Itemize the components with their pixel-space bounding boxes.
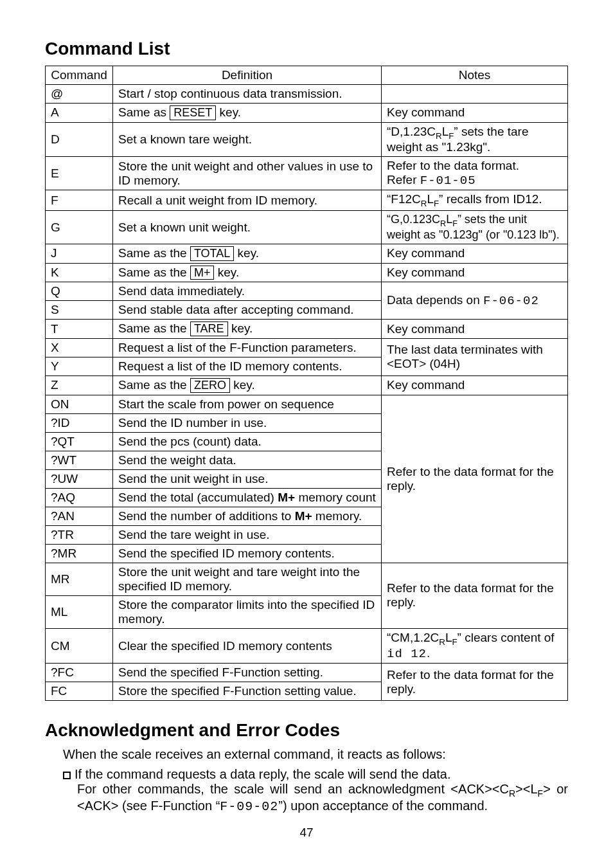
- table-row: @ Start / stop continuous data transmiss…: [46, 85, 568, 104]
- text: Same as the: [118, 246, 190, 260]
- cmd-cell: ML: [46, 595, 113, 628]
- col-command: Command: [46, 66, 113, 85]
- key-mplus: M+: [190, 266, 215, 280]
- cmd-cell: E: [46, 157, 113, 190]
- seg-text: id 12: [387, 647, 427, 661]
- table-row: E Store the unit weight and other values…: [46, 157, 568, 190]
- notes-cell: “D,1.23CRLF” sets the tare weight as "1.…: [382, 122, 568, 157]
- cmd-cell: K: [46, 263, 113, 282]
- table-row: Q Send data immediately. Data depends on…: [46, 282, 568, 301]
- def-cell: Start the scale from power on sequence: [113, 395, 382, 413]
- def-cell: Clear the specified ID memory contents: [113, 628, 382, 664]
- cmd-cell: ?WT: [46, 451, 113, 469]
- col-notes: Notes: [382, 66, 568, 85]
- notes-cell: [382, 85, 568, 104]
- cmd-cell: ?ID: [46, 413, 113, 432]
- key-reset: RESET: [170, 105, 216, 120]
- key-zero: ZERO: [190, 378, 230, 393]
- notes-cell: “F12CRLF” recalls from ID12.: [382, 190, 568, 211]
- def-cell: Store the comparator limits into the spe…: [113, 595, 382, 628]
- text: Refer to the data format.: [387, 159, 519, 172]
- text: memory.: [312, 509, 362, 523]
- text: key.: [230, 378, 255, 392]
- text: Same as the: [118, 321, 190, 335]
- notes-cell: Key command: [382, 104, 568, 123]
- def-cell: Send the pcs (count) data.: [113, 432, 382, 451]
- cmd-cell: F: [46, 190, 113, 211]
- ack-intro: When the scale receives an external comm…: [63, 747, 568, 762]
- def-cell: Send the weight data.: [113, 451, 382, 469]
- seg-text: F-06-02: [483, 294, 539, 308]
- cmd-cell: D: [46, 122, 113, 157]
- notes-cell: “CM,1.2CRLF” clears content of id 12.: [382, 628, 568, 664]
- def-cell: Same as the ZERO key.: [113, 375, 382, 395]
- cmd-cell: ?TR: [46, 525, 113, 544]
- cmd-cell: T: [46, 320, 113, 339]
- cmd-cell: Q: [46, 282, 113, 301]
- page-number: 47: [45, 826, 568, 840]
- command-list-table: Command Definition Notes @ Start / stop …: [45, 66, 568, 701]
- cmd-cell: ?UW: [46, 469, 113, 488]
- cmd-cell: ?QT: [46, 432, 113, 451]
- cmd-cell: ?AN: [46, 507, 113, 525]
- def-cell: Request a list of the F-Function paramet…: [113, 338, 382, 357]
- def-cell: Send the unit weight in use.: [113, 469, 382, 488]
- notes-cell: Key command: [382, 375, 568, 395]
- table-row: K Same as the M+ key. Key command: [46, 263, 568, 282]
- table-row: F Recall a unit weight from ID memory. “…: [46, 190, 568, 211]
- heading-ack-codes: Acknowledgment and Error Codes: [45, 720, 568, 741]
- notes-cell: Refer to the data format for the reply.: [382, 395, 568, 563]
- def-cell: Send stable data after accepting command…: [113, 301, 382, 320]
- seg-text: F-09-02: [220, 799, 278, 814]
- notes-cell: “G,0.123CRLF” sets the unit weight as "0…: [382, 211, 568, 244]
- text: key.: [228, 321, 253, 335]
- cmd-cell: ?AQ: [46, 488, 113, 507]
- def-cell: Send the number of additions to M+ memor…: [113, 507, 382, 525]
- table-row: CM Clear the specified ID memory content…: [46, 628, 568, 664]
- def-cell: Start / stop continuous data transmissio…: [113, 85, 382, 104]
- def-cell: Request a list of the ID memory contents…: [113, 357, 382, 375]
- notes-cell: Refer to the data format for the reply.: [382, 563, 568, 628]
- def-cell: Store the specified F-Function setting v…: [113, 682, 382, 701]
- def-cell: Same as the M+ key.: [113, 263, 382, 282]
- cmd-cell: A: [46, 104, 113, 123]
- def-cell: Same as the TOTAL key.: [113, 244, 382, 263]
- notes-cell: The last data terminates with <EOT> (04H…: [382, 338, 568, 375]
- cmd-cell: CM: [46, 628, 113, 664]
- table-row: G Set a known unit weight. “G,0.123CRLF”…: [46, 211, 568, 244]
- cmd-cell: @: [46, 85, 113, 104]
- text: Send the number of additions to: [118, 509, 295, 523]
- text-bold: M+: [278, 491, 295, 504]
- table-row: MR Store the unit weight and tare weight…: [46, 563, 568, 595]
- cmd-cell: G: [46, 211, 113, 244]
- table-row: D Set a known tare weight. “D,1.23CRLF” …: [46, 122, 568, 157]
- def-cell: Send the total (accumulated) M+ memory c…: [113, 488, 382, 507]
- notes-cell: Refer to the data format. Refer F-01-05: [382, 157, 568, 190]
- cmd-cell: FC: [46, 682, 113, 701]
- cmd-cell: ?MR: [46, 544, 113, 563]
- text: ”) upon acceptance of the command.: [278, 799, 488, 813]
- text: If the command requests a data reply, th…: [75, 767, 451, 781]
- text: key.: [234, 246, 259, 260]
- def-cell: Send data immediately.: [113, 282, 382, 301]
- notes-cell: Key command: [382, 244, 568, 263]
- table-row: ?FC Send the specified F-Function settin…: [46, 664, 568, 682]
- bullet-item: If the command requests a data reply, th…: [63, 767, 568, 814]
- text: key.: [214, 266, 239, 279]
- subscript: R: [509, 788, 515, 799]
- subscript: F: [538, 788, 544, 799]
- cmd-cell: Z: [46, 375, 113, 395]
- table-header-row: Command Definition Notes: [46, 66, 568, 85]
- cmd-cell: ON: [46, 395, 113, 413]
- table-row: Z Same as the ZERO key. Key command: [46, 375, 568, 395]
- def-cell: Send the ID number in use.: [113, 413, 382, 432]
- def-cell: Store the unit weight and tare weight in…: [113, 563, 382, 595]
- def-cell: Store the unit weight and other values i…: [113, 157, 382, 190]
- text: memory count: [295, 491, 376, 504]
- def-cell: Send the specified F-Function setting.: [113, 664, 382, 682]
- cmd-cell: X: [46, 338, 113, 357]
- table-row: ON Start the scale from power on sequenc…: [46, 395, 568, 413]
- table-row: X Request a list of the F-Function param…: [46, 338, 568, 357]
- text: ><L: [515, 782, 537, 796]
- cmd-cell: S: [46, 301, 113, 320]
